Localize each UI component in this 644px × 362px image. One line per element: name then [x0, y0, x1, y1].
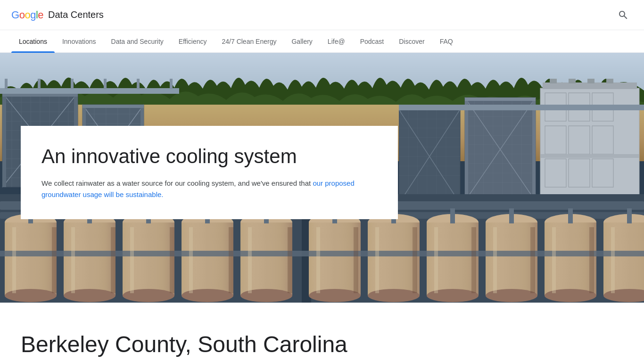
svg-rect-39: [83, 105, 144, 108]
hero-card-description: We collect rainwater as a water source f…: [41, 178, 377, 200]
main-nav: Locations Innovations Data and Security …: [0, 30, 644, 53]
search-icon: [618, 9, 629, 21]
logo-g-blue: G: [11, 9, 19, 21]
nav-item-discover[interactable]: Discover: [391, 30, 432, 53]
svg-rect-19: [2, 93, 6, 187]
svg-rect-82: [465, 98, 468, 201]
logo-g-blue2: g: [30, 9, 36, 21]
svg-rect-41: [5, 79, 8, 89]
svg-rect-46: [170, 79, 173, 89]
svg-rect-61: [587, 79, 594, 83]
nav-item-life[interactable]: Life@: [320, 30, 353, 53]
nav-item-faq[interactable]: FAQ: [432, 30, 461, 53]
svg-rect-158: [450, 208, 455, 223]
nav-item-innovations[interactable]: Innovations: [55, 30, 104, 53]
svg-rect-59: [550, 79, 557, 83]
svg-rect-100: [399, 105, 644, 110]
nav-item-gallery[interactable]: Gallery: [284, 30, 320, 53]
svg-rect-83: [532, 98, 536, 201]
google-logo: Google: [11, 9, 43, 21]
svg-rect-60: [569, 79, 576, 83]
hero-section: An innovative cooling system We collect …: [0, 53, 644, 303]
svg-rect-149: [0, 251, 302, 256]
nav-item-efficiency[interactable]: Efficiency: [171, 30, 215, 53]
svg-rect-62: [606, 79, 613, 83]
page-content: Berkeley County, South Carolina: [0, 303, 644, 362]
logo-e-red: e: [38, 9, 43, 21]
svg-rect-161: [627, 208, 632, 223]
logo-o-yellow: o: [25, 9, 30, 21]
svg-rect-43: [71, 79, 74, 89]
location-title: Berkeley County, South Carolina: [21, 331, 623, 358]
search-button[interactable]: [614, 6, 633, 25]
site-header: Google Data Centers: [0, 0, 644, 30]
svg-rect-160: [568, 208, 573, 223]
svg-rect-147: [603, 222, 644, 296]
svg-rect-58: [543, 82, 637, 89]
nav-item-data-security[interactable]: Data and Security: [104, 30, 171, 53]
nav-item-locations[interactable]: Locations: [11, 30, 55, 53]
svg-rect-42: [38, 79, 41, 89]
svg-rect-159: [509, 208, 514, 223]
svg-rect-45: [137, 79, 140, 89]
hero-card-title: An innovative cooling system: [41, 145, 377, 168]
site-name: Data Centers: [48, 9, 104, 20]
hero-info-card: An innovative cooling system We collect …: [21, 126, 398, 219]
nav-item-podcast[interactable]: Podcast: [353, 30, 392, 53]
logo-container[interactable]: Google Data Centers: [11, 9, 104, 21]
svg-rect-57: [540, 154, 639, 158]
logo-o-red: o: [19, 9, 25, 21]
svg-rect-84: [465, 98, 536, 101]
svg-rect-44: [104, 79, 107, 89]
nav-item-clean-energy[interactable]: 24/7 Clean Energy: [215, 30, 284, 53]
svg-rect-40: [0, 88, 179, 94]
